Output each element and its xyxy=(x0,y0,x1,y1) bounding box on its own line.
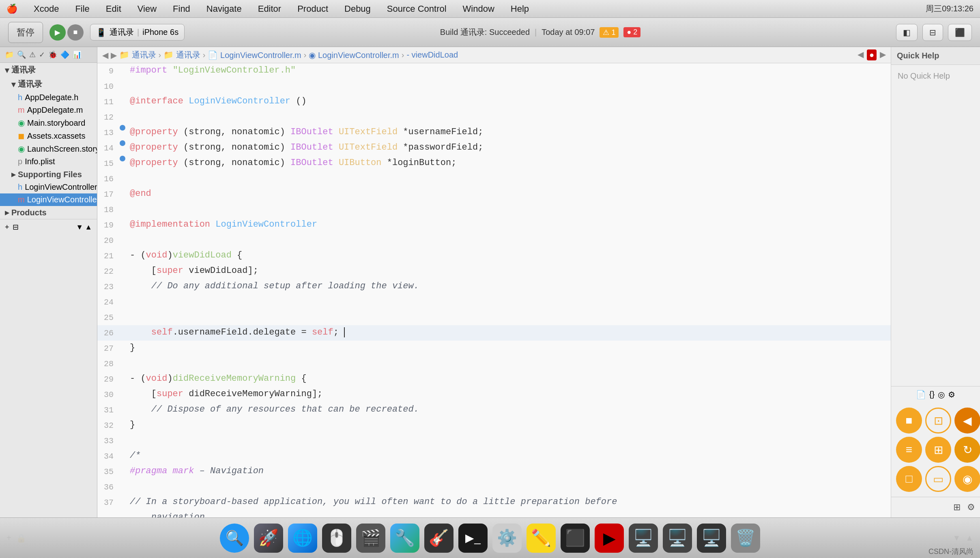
qh-target-icon[interactable]: ◎ xyxy=(938,390,945,399)
nav-breakpoint-icon[interactable]: 🔷 xyxy=(60,50,69,59)
breadcrumb-group[interactable]: 📁 通讯录 xyxy=(163,49,200,60)
menubar-debug[interactable]: Debug xyxy=(341,2,374,16)
icon-panel-grid: ■ ⊡ ◀ ≡ ⊞ ↻ □ ▭ ◉ xyxy=(891,403,980,497)
rbi-grid-icon[interactable]: ⊞ xyxy=(952,500,962,514)
nav-warning-icon[interactable]: ⚠ xyxy=(29,50,36,59)
menubar-source-control[interactable]: Source Control xyxy=(384,2,450,16)
panel-icon-dashed[interactable]: ⊡ xyxy=(925,408,951,434)
panel-icon-rect[interactable]: ▭ xyxy=(925,466,951,492)
panel-icon-square[interactable]: □ xyxy=(896,466,922,492)
editor-nav-next[interactable]: ▶ xyxy=(880,49,886,60)
run-button[interactable]: ▶ xyxy=(49,24,66,41)
qh-settings-icon[interactable]: ⚙ xyxy=(948,390,955,399)
nav-folder-icon[interactable]: 📁 xyxy=(5,50,14,59)
panel-icon-back[interactable]: ◀ xyxy=(954,408,980,434)
menubar-view[interactable]: View xyxy=(134,2,160,16)
nav-item-assets[interactable]: ◼ Assets.xcassets xyxy=(0,129,97,142)
run-stop-group: ▶ ■ xyxy=(49,24,84,41)
nav-arrows-forward[interactable]: ▶ xyxy=(111,50,117,60)
time-display: 周三09:13:26 xyxy=(926,3,974,14)
left-panel-toggle[interactable]: ◧ xyxy=(896,24,918,41)
panel-icon-grid[interactable]: ⊞ xyxy=(925,437,951,463)
breadcrumb-method[interactable]: - viewDidLoad xyxy=(406,50,458,60)
menubar-find[interactable]: Find xyxy=(170,2,193,16)
breadcrumb-symbol[interactable]: ◉ LoginViewController.m xyxy=(309,50,399,60)
panel-icon-stop[interactable]: ■ xyxy=(896,408,922,434)
panel-icon-refresh[interactable]: ↻ xyxy=(954,437,980,463)
nav-products-group[interactable]: ▸ Products xyxy=(0,206,97,219)
stop-button[interactable]: ■ xyxy=(67,24,84,41)
dock-unknown2[interactable]: ⬛ xyxy=(561,524,590,553)
nav-sub-group[interactable]: ▾ 通讯录 xyxy=(0,77,97,91)
dock-trash[interactable]: 🗑️ xyxy=(731,524,760,553)
nav-test-icon[interactable]: ✓ xyxy=(39,50,45,59)
add-file-button[interactable]: + xyxy=(5,223,9,232)
nav-root-group[interactable]: ▾ 通讯录 xyxy=(0,63,97,77)
nav-item-info-plist[interactable]: p Info.plist xyxy=(0,155,97,168)
nav-item-loginvc-h[interactable]: h LoginViewController.h xyxy=(0,181,97,193)
dock-terminal[interactable]: ▶_ xyxy=(458,524,488,553)
build-label: Build 通讯录: Succeeded xyxy=(440,27,530,38)
dock-mouse[interactable]: 🖱️ xyxy=(322,524,351,553)
nav-item-launchscreen[interactable]: ◉ LaunchScreen.storyboard xyxy=(0,142,97,155)
menubar-xcode[interactable]: Xcode xyxy=(30,2,62,16)
apple-menu[interactable]: 🍎 xyxy=(6,4,17,14)
menubar-editor[interactable]: Editor xyxy=(255,2,284,16)
nav-debug-icon[interactable]: 🐞 xyxy=(48,50,57,59)
nav-supporting-files[interactable]: ▸ Supporting Files xyxy=(0,168,97,181)
dock-monitor2[interactable]: 🖥️ xyxy=(663,524,692,553)
editor-nav-forward[interactable]: ● xyxy=(867,49,877,60)
code-line-34: 34 /* xyxy=(97,449,891,464)
scheme-selector[interactable]: 📱 通讯录 | iPhone 6s xyxy=(90,24,185,41)
menubar-help[interactable]: Help xyxy=(507,2,532,16)
dock-xcode[interactable]: 🔧 xyxy=(390,524,419,553)
menubar-product[interactable]: Product xyxy=(294,2,331,16)
panel-icon-lines[interactable]: ≡ xyxy=(896,437,922,463)
nav-item-appdelegate-m[interactable]: m AppDelegate.m xyxy=(0,104,97,116)
expand-button[interactable]: ▲ xyxy=(85,223,92,232)
dock-systemprefs[interactable]: ⚙️ xyxy=(492,524,522,553)
collapse-button[interactable]: ▼ xyxy=(76,223,83,232)
qh-file-icon[interactable]: 📄 xyxy=(916,390,926,399)
dock-launchpad[interactable]: 🚀 xyxy=(254,524,283,553)
nav-report-icon[interactable]: 📊 xyxy=(73,50,82,59)
menubar-edit[interactable]: Edit xyxy=(103,2,125,16)
dock-monitor3[interactable]: 🖥️ xyxy=(697,524,726,553)
qh-bracket-icon[interactable]: {} xyxy=(929,390,935,399)
dock-sketch[interactable]: ✏️ xyxy=(527,524,556,553)
dock-safari[interactable]: 🌐 xyxy=(288,524,317,553)
breadcrumb-root[interactable]: 📁 通讯录 xyxy=(119,49,156,60)
nav-search-icon[interactable]: 🔍 xyxy=(17,50,26,59)
pause-button[interactable]: 暂停 xyxy=(8,22,43,43)
nav-item-appdelegate-h[interactable]: h AppDelegate.h xyxy=(0,91,97,104)
code-line-12: 12 xyxy=(97,109,891,125)
center-panel-toggle[interactable]: ⊟ xyxy=(922,24,943,41)
nav-item-loginvc-m[interactable]: m LoginViewController.m xyxy=(0,193,97,206)
right-panel-toggle[interactable]: ⬛ xyxy=(948,24,972,41)
dock-monitor1[interactable]: 🖥️ xyxy=(629,524,658,553)
code-editor[interactable]: 9 #import "LoginViewController.h" 10 11 … xyxy=(97,63,891,517)
dock-player[interactable]: ▶ xyxy=(595,524,624,553)
dock-quicktime[interactable]: 🎬 xyxy=(356,524,385,553)
code-line-24: 24 xyxy=(97,294,891,310)
dock-finder[interactable]: 🔍 xyxy=(220,524,249,553)
nav-label: LoginViewController.h xyxy=(25,182,97,192)
menubar-navigate[interactable]: Navigate xyxy=(203,2,245,16)
code-line-21: 21 - (void)viewDidLoad { xyxy=(97,248,891,264)
rbi-settings-icon[interactable]: ⚙ xyxy=(965,500,977,514)
menubar-file[interactable]: File xyxy=(72,2,92,16)
breadcrumb-bar: ◀ ▶ 📁 通讯录 › 📁 通讯录 › 📄 LoginViewControlle… xyxy=(97,47,891,63)
separator-icon: | xyxy=(137,28,139,37)
panel-icon-circle[interactable]: ◉ xyxy=(954,466,980,492)
nav-label: Main.storyboard xyxy=(27,118,85,128)
menubar-window[interactable]: Window xyxy=(460,2,498,16)
nav-item-main-storyboard[interactable]: ◉ Main.storyboard xyxy=(0,116,97,129)
filter-button[interactable]: ⊟ xyxy=(13,223,19,232)
breadcrumb-file[interactable]: 📄 LoginViewController.m xyxy=(208,50,301,60)
editor-column: ◀ ▶ 📁 通讯录 › 📁 通讯录 › 📄 LoginViewControlle… xyxy=(97,47,891,517)
dock-unknown1[interactable]: 🎸 xyxy=(424,524,453,553)
build-status: Build 通讯录: Succeeded | Today at 09:07 ⚠ … xyxy=(440,27,641,38)
assets-icon: ◼ xyxy=(18,131,25,141)
nav-arrows-back[interactable]: ◀ xyxy=(102,50,108,60)
editor-nav-back[interactable]: ◀ xyxy=(858,49,864,60)
